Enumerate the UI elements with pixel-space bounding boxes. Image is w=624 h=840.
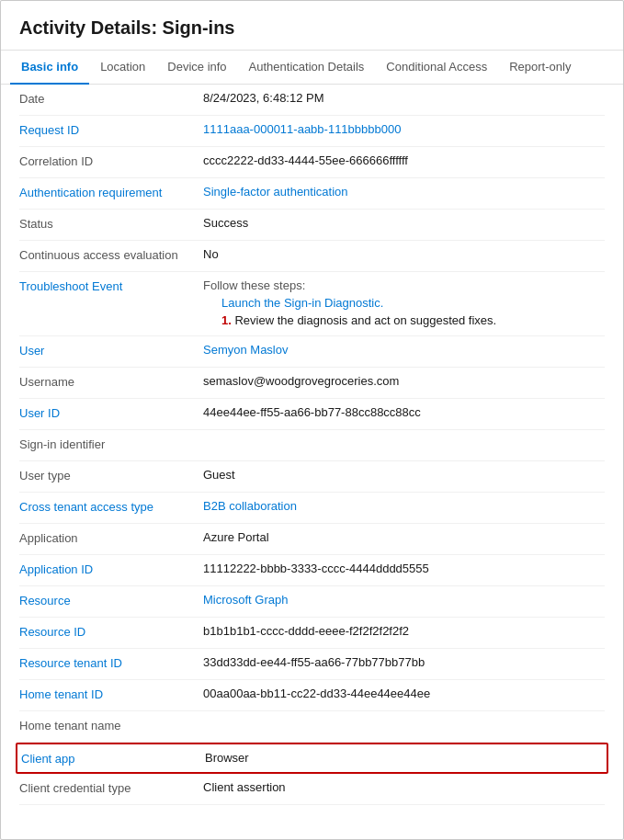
label-resource: Resource bbox=[19, 593, 203, 607]
troubleshoot-review: 1. Review the diagnosis and act on sugge… bbox=[203, 313, 605, 327]
label-correlation-id: Correlation ID bbox=[19, 153, 203, 168]
label-cross-tenant: Cross tenant access type bbox=[19, 499, 203, 514]
tab-report-only[interactable]: Report-only bbox=[498, 51, 582, 85]
label-auth-requirement: Authentication requirement bbox=[19, 185, 203, 199]
row-auth-requirement: Authentication requirement Single-factor… bbox=[19, 178, 605, 210]
label-client-credential-type: Client credential type bbox=[19, 780, 203, 795]
label-user-id: User ID bbox=[19, 405, 203, 420]
label-application-id: Application ID bbox=[19, 562, 203, 576]
panel: Activity Details: Sign-ins Basic info Lo… bbox=[0, 0, 624, 840]
troubleshoot-follow-text: Follow these steps: bbox=[203, 278, 605, 292]
label-username: Username bbox=[19, 374, 203, 389]
value-username: semaslov@woodgrovegroceries.com bbox=[203, 374, 605, 388]
tab-conditional-access[interactable]: Conditional Access bbox=[375, 51, 498, 85]
value-status: Success bbox=[203, 216, 605, 230]
tab-device-info[interactable]: Device info bbox=[156, 51, 237, 85]
row-user-id: User ID 44ee44ee-ff55-aa66-bb77-88cc88cc… bbox=[19, 399, 605, 430]
label-user: User bbox=[19, 343, 203, 358]
value-user-type: Guest bbox=[203, 468, 605, 482]
value-troubleshoot: Follow these steps: Launch the Sign-in D… bbox=[203, 278, 605, 327]
row-troubleshoot: Troubleshoot Event Follow these steps: L… bbox=[19, 272, 605, 336]
row-client-app: Client app Browser bbox=[16, 743, 608, 774]
value-user[interactable]: Semyon Maslov bbox=[203, 343, 605, 357]
value-client-credential-type: Client assertion bbox=[203, 780, 605, 794]
tab-location[interactable]: Location bbox=[89, 51, 156, 85]
value-resource[interactable]: Microsoft Graph bbox=[203, 593, 605, 607]
value-client-app: Browser bbox=[205, 751, 603, 765]
label-request-id: Request ID bbox=[19, 122, 203, 137]
review-number: 1. bbox=[221, 313, 234, 327]
tab-basic-info[interactable]: Basic info bbox=[10, 51, 89, 85]
label-status: Status bbox=[19, 216, 203, 231]
page-title: Activity Details: Sign-ins bbox=[1, 1, 623, 51]
value-cross-tenant[interactable]: B2B collaboration bbox=[203, 499, 605, 513]
value-application: Azure Portal bbox=[203, 530, 605, 544]
troubleshoot-diag-link[interactable]: Launch the Sign-in Diagnostic. bbox=[203, 296, 605, 310]
value-resource-tenant-id: 33dd33dd-ee44-ff55-aa66-77bb77bb77bb bbox=[203, 655, 605, 669]
tab-bar: Basic info Location Device info Authenti… bbox=[1, 51, 623, 85]
basic-info-content: Date 8/24/2023, 6:48:12 PM Request ID 11… bbox=[1, 85, 623, 805]
row-resource-id: Resource ID b1b1b1b1-cccc-dddd-eeee-f2f2… bbox=[19, 618, 605, 649]
label-date: Date bbox=[19, 91, 203, 106]
value-home-tenant-id: 00aa00aa-bb11-cc22-dd33-44ee44ee44ee bbox=[203, 687, 605, 700]
review-text: Review the diagnosis and act on suggeste… bbox=[234, 313, 496, 327]
value-user-id: 44ee44ee-ff55-aa66-bb77-88cc88cc88cc bbox=[203, 405, 605, 419]
row-sign-in-identifier: Sign-in identifier bbox=[19, 430, 605, 461]
value-auth-requirement[interactable]: Single-factor authentication bbox=[203, 185, 605, 199]
row-request-id: Request ID 1111aaa-000011-aabb-111bbbbb0… bbox=[19, 116, 605, 147]
label-sign-in-identifier: Sign-in identifier bbox=[19, 437, 203, 451]
label-resource-tenant-id: Resource tenant ID bbox=[19, 655, 203, 670]
row-client-credential-type: Client credential type Client assertion bbox=[19, 774, 605, 805]
row-resource: Resource Microsoft Graph bbox=[19, 586, 605, 618]
row-application: Application Azure Portal bbox=[19, 524, 605, 555]
row-user: User Semyon Maslov bbox=[19, 336, 605, 368]
value-request-id[interactable]: 1111aaa-000011-aabb-111bbbbb000 bbox=[203, 122, 605, 136]
row-continuous-access: Continuous access evaluation No bbox=[19, 241, 605, 272]
value-resource-id: b1b1b1b1-cccc-dddd-eeee-f2f2f2f2f2f2 bbox=[203, 624, 605, 638]
value-continuous-access: No bbox=[203, 247, 605, 261]
label-client-app: Client app bbox=[21, 751, 205, 766]
row-status: Status Success bbox=[19, 210, 605, 241]
row-resource-tenant-id: Resource tenant ID 33dd33dd-ee44-ff55-aa… bbox=[19, 649, 605, 680]
row-application-id: Application ID 11112222-bbbb-3333-cccc-4… bbox=[19, 555, 605, 586]
label-application: Application bbox=[19, 530, 203, 545]
row-home-tenant-id: Home tenant ID 00aa00aa-bb11-cc22-dd33-4… bbox=[19, 680, 605, 711]
label-troubleshoot: Troubleshoot Event bbox=[19, 278, 203, 293]
row-correlation-id: Correlation ID cccc2222-dd33-4444-55ee-6… bbox=[19, 147, 605, 178]
row-home-tenant-name: Home tenant name bbox=[19, 711, 605, 743]
row-cross-tenant: Cross tenant access type B2B collaborati… bbox=[19, 493, 605, 524]
label-resource-id: Resource ID bbox=[19, 624, 203, 639]
value-application-id: 11112222-bbbb-3333-cccc-4444dddd5555 bbox=[203, 562, 605, 575]
label-home-tenant-id: Home tenant ID bbox=[19, 687, 203, 701]
value-correlation-id: cccc2222-dd33-4444-55ee-666666ffffff bbox=[203, 153, 605, 167]
label-user-type: User type bbox=[19, 468, 203, 482]
label-continuous-access: Continuous access evaluation bbox=[19, 247, 203, 262]
row-date: Date 8/24/2023, 6:48:12 PM bbox=[19, 85, 605, 116]
label-home-tenant-name: Home tenant name bbox=[19, 718, 203, 732]
tab-auth-details[interactable]: Authentication Details bbox=[238, 51, 376, 85]
row-user-type: User type Guest bbox=[19, 461, 605, 493]
row-username: Username semaslov@woodgrovegroceries.com bbox=[19, 368, 605, 399]
value-date: 8/24/2023, 6:48:12 PM bbox=[203, 91, 605, 105]
